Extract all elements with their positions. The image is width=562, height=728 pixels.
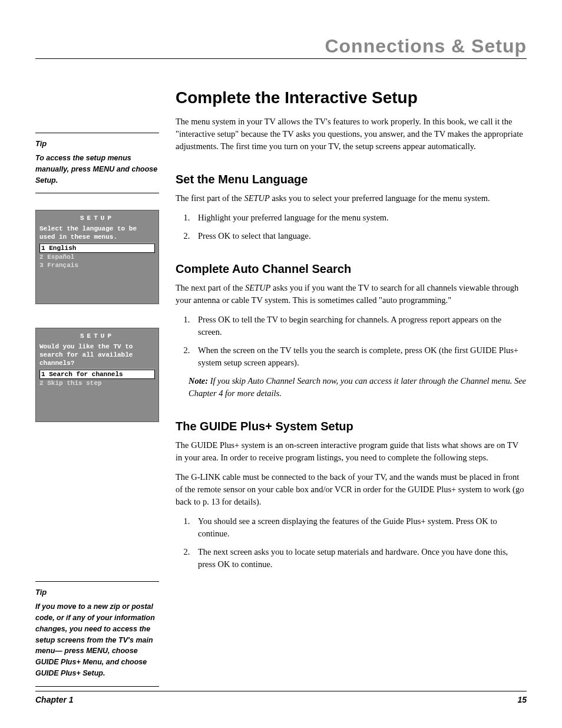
tv-title: SETUP	[36, 328, 158, 343]
tip-title: Tip	[35, 139, 159, 148]
tv-option-skip: 2 Skip this step	[36, 379, 158, 387]
section-title-language: Set the Menu Language	[176, 173, 527, 186]
note: Note: If you skip Auto Channel Search no…	[189, 375, 527, 400]
step: Press OK to tell the TV to begin searchi…	[192, 314, 527, 338]
intro-paragraph: The menu system in your TV allows the TV…	[176, 116, 527, 153]
section-steps: Press OK to tell the TV to begin searchi…	[176, 314, 527, 369]
page-footer: Chapter 1 15	[35, 691, 527, 704]
step: Press OK to select that language.	[192, 230, 527, 242]
section-title-guideplus: The GUIDE Plus+ System Setup	[176, 420, 527, 433]
section-paragraph: The GUIDE Plus+ system is an on-screen i…	[176, 439, 527, 464]
tip-block-2: Tip If you move to a new zip or postal c…	[35, 581, 159, 686]
chapter-label: Chapter 1	[35, 695, 74, 704]
section-steps: Highlight your preferred language for th…	[176, 212, 527, 242]
tip-body: To access the setup menus manually, pres…	[35, 153, 159, 186]
step: You should see a screen displaying the f…	[192, 515, 527, 540]
step: When the screen on the TV tells you the …	[192, 344, 527, 369]
section-paragraph: The next part of the SETUP asks you if y…	[176, 282, 527, 307]
tv-title: SETUP	[36, 210, 158, 225]
main-title: Complete the Interactive Setup	[176, 88, 527, 107]
section-steps: You should see a screen displaying the f…	[176, 515, 527, 571]
header-rule: Connections & Setup	[35, 35, 527, 59]
tv-screen-channel-search: SETUP Would you like the TV to search fo…	[35, 328, 159, 422]
step: The next screen asks you to locate setup…	[192, 546, 527, 571]
tv-prompt: Select the language to be used in these …	[36, 225, 158, 243]
page-content: Tip To access the setup menus manually, …	[35, 88, 527, 703]
section-paragraph: The first part of the SETUP asks you to …	[176, 192, 527, 205]
tv-option-francais: 3 Français	[36, 261, 158, 269]
section-paragraph: The G-LINK cable must be connected to th…	[176, 471, 527, 508]
tv-prompt: Would you like the TV to search for all …	[36, 343, 158, 368]
tip-block-1: Tip To access the setup menus manually, …	[35, 133, 159, 193]
page-header: Connections & Setup	[35, 35, 527, 57]
sidebar: Tip To access the setup menus manually, …	[35, 88, 159, 703]
tv-option-espanol: 2 Español	[36, 253, 158, 261]
main-column: Complete the Interactive Setup The menu …	[176, 88, 527, 703]
page-number: 15	[517, 695, 527, 704]
tip-body: If you move to a new zip or postal code,…	[35, 601, 159, 678]
step: Highlight your preferred language for th…	[192, 212, 527, 224]
section-title-channel: Complete Auto Channel Search	[176, 262, 527, 276]
tv-option-english: 1 English	[39, 243, 155, 253]
tv-option-search: 1 Search for channels	[39, 370, 155, 379]
tip-title: Tip	[35, 588, 159, 597]
tv-screen-language: SETUP Select the language to be used in …	[35, 210, 159, 304]
